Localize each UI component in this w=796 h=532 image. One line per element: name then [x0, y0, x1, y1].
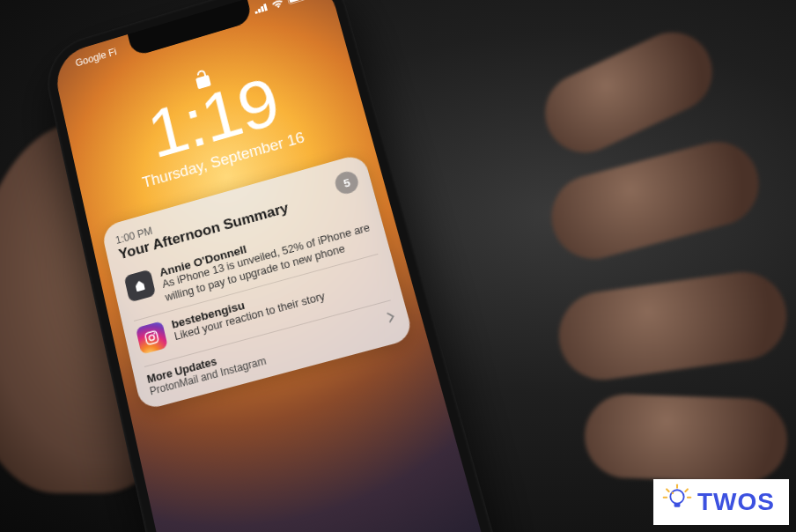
news-app-icon — [124, 269, 157, 302]
svg-rect-0 — [254, 11, 257, 13]
notch — [128, 0, 253, 57]
watermark: TWOS — [653, 479, 789, 525]
lock-screen[interactable]: Google Fi — [51, 0, 499, 532]
lightbulb-icon — [662, 484, 692, 521]
battery-icon — [286, 0, 308, 4]
svg-point-17 — [672, 491, 674, 494]
svg-rect-8 — [145, 331, 159, 345]
svg-line-13 — [667, 489, 669, 491]
svg-line-14 — [685, 489, 688, 491]
svg-rect-1 — [258, 9, 262, 13]
instagram-app-icon — [136, 321, 168, 354]
notification-summary-card[interactable]: 1:00 PM Your Afternoon Summary 5 Annie O… — [100, 152, 414, 410]
watermark-text: TWOS — [697, 488, 775, 516]
wifi-icon — [270, 0, 284, 10]
photo-scene: Google Fi — [0, 0, 796, 532]
svg-point-10 — [153, 333, 155, 335]
svg-rect-3 — [263, 4, 268, 11]
phone: Google Fi — [40, 0, 513, 532]
svg-point-9 — [149, 335, 155, 341]
cellular-signal-icon — [254, 3, 269, 14]
svg-rect-2 — [261, 6, 264, 12]
carrier-label: Google Fi — [75, 46, 118, 69]
